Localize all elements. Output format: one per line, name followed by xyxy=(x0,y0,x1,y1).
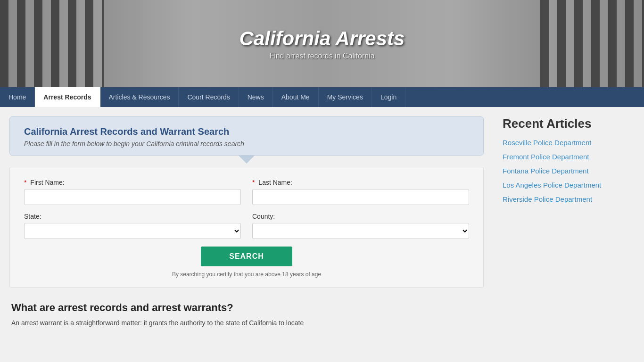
list-item: Roseville Police Department xyxy=(503,139,635,147)
site-header: California Arrests Find arrest records i… xyxy=(0,0,644,87)
sidebar-title: Recent Articles xyxy=(503,116,635,131)
list-item: Fontana Police Department xyxy=(503,167,635,175)
sidebar-link-fontana[interactable]: Fontana Police Department xyxy=(503,167,589,175)
county-select[interactable] xyxy=(252,223,469,239)
header-bars-right xyxy=(540,0,644,87)
county-group: County: xyxy=(252,213,469,239)
sidebar-link-los-angeles[interactable]: Los Angeles Police Department xyxy=(503,181,601,189)
last-name-label: * Last Name: xyxy=(252,179,469,186)
county-label: County: xyxy=(252,213,469,220)
nav-arrest-records[interactable]: Arrest Records xyxy=(35,87,100,107)
state-group: State: xyxy=(24,213,241,239)
list-item: Fremont Police Department xyxy=(503,153,635,161)
site-title: California Arrests xyxy=(239,27,405,50)
nav-articles[interactable]: Articles & Resources xyxy=(100,87,179,107)
sidebar-links: Roseville Police Department Fremont Poli… xyxy=(503,139,635,204)
sidebar-link-fremont[interactable]: Fremont Police Department xyxy=(503,153,589,161)
content-area: California Arrest Records and Warrant Se… xyxy=(0,116,493,328)
nav-login[interactable]: Login xyxy=(372,87,405,107)
article-body: An arrest warrant is a straightforward m… xyxy=(11,318,482,328)
location-row: State: County: xyxy=(24,213,469,239)
search-form-container: * First Name: * Last Name: State: xyxy=(9,167,484,288)
sidebar-link-riverside[interactable]: Riverside Police Department xyxy=(503,195,592,203)
state-select[interactable] xyxy=(24,223,241,239)
nav-home[interactable]: Home xyxy=(0,87,35,107)
last-name-required: * xyxy=(252,179,255,186)
last-name-group: * Last Name: xyxy=(252,179,469,205)
nav-my-services[interactable]: My Services xyxy=(319,87,372,107)
list-item: Riverside Police Department xyxy=(503,195,635,204)
name-row: * First Name: * Last Name: xyxy=(24,179,469,205)
header-content: California Arrests Find arrest records i… xyxy=(239,27,405,60)
state-label: State: xyxy=(24,213,241,220)
search-subtitle: Please fill in the form below to begin y… xyxy=(24,140,469,148)
main-nav: Home Arrest Records Articles & Resources… xyxy=(0,87,644,107)
first-name-required: * xyxy=(24,179,26,186)
first-name-group: * First Name: xyxy=(24,179,241,205)
main-layout: California Arrest Records and Warrant Se… xyxy=(0,107,644,337)
first-name-label: * First Name: xyxy=(24,179,241,186)
last-name-input[interactable] xyxy=(252,189,469,205)
search-title: California Arrest Records and Warrant Se… xyxy=(24,126,469,137)
sidebar: Recent Articles Roseville Police Departm… xyxy=(493,116,644,328)
sidebar-link-roseville[interactable]: Roseville Police Department xyxy=(503,139,591,147)
search-intro-box: California Arrest Records and Warrant Se… xyxy=(9,116,484,156)
search-disclaimer: By searching you certify that you are ab… xyxy=(24,271,469,278)
search-button-wrap: SEARCH xyxy=(24,247,469,266)
nav-court-records[interactable]: Court Records xyxy=(179,87,239,107)
site-subtitle: Find arrest records in California xyxy=(239,52,405,60)
search-button[interactable]: SEARCH xyxy=(201,247,292,266)
nav-about-me[interactable]: About Me xyxy=(273,87,319,107)
first-name-input[interactable] xyxy=(24,189,241,205)
article-title: What are arrest records and arrest warra… xyxy=(11,302,482,314)
header-bars-left xyxy=(0,0,104,87)
list-item: Los Angeles Police Department xyxy=(503,181,635,189)
nav-news[interactable]: News xyxy=(239,87,273,107)
article-section: What are arrest records and arrest warra… xyxy=(9,302,484,328)
